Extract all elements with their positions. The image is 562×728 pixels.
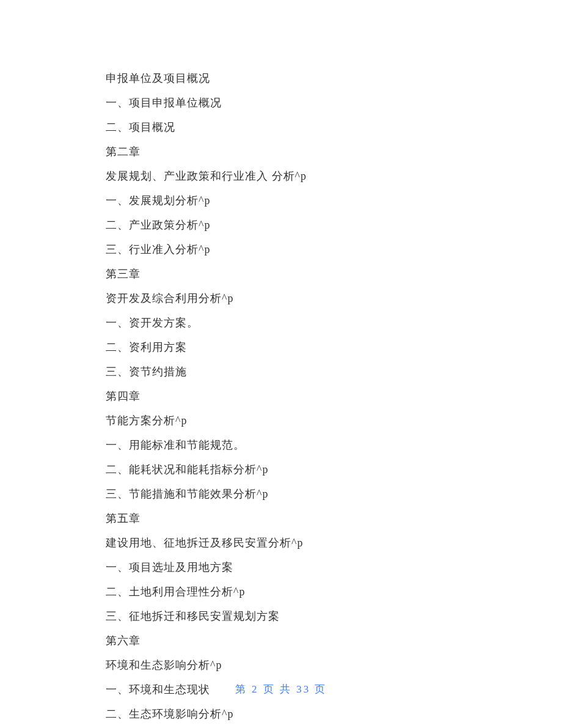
text-line: 二、资利用方案 (106, 335, 501, 359)
text-line: 一、项目申报单位概况 (106, 90, 501, 115)
text-line: 资开发及综合利用分析^p (106, 286, 501, 311)
text-line: 第五章 (106, 506, 501, 531)
text-line: 建设用地、征地拆迁及移民安置分析^p (106, 531, 501, 555)
text-line: 第四章 (106, 384, 501, 408)
text-line: 第二章 (106, 139, 501, 164)
page-footer: 第 2 页 共 33 页 (0, 682, 562, 696)
text-line: 申报单位及项目概况 (106, 66, 501, 90)
text-line: 二、产业政策分析^p (106, 213, 501, 237)
text-line: 二、生态环境影响分析^p (106, 702, 501, 726)
text-line: 二、土地利用合理性分析^p (106, 579, 501, 604)
text-line: 一、发展规划分析^p (106, 188, 501, 213)
text-line: 三、行业准入分析^p (106, 237, 501, 262)
text-line: 环境和生态影响分析^p (106, 653, 501, 677)
text-line: 第三章 (106, 262, 501, 286)
text-line: 三、征地拆迁和移民安置规划方案 (106, 604, 501, 628)
text-line: 一、项目选址及用地方案 (106, 555, 501, 579)
text-line: 一、用能标准和节能规范。 (106, 433, 501, 457)
text-line: 发展规划、产业政策和行业准入 分析^p (106, 164, 501, 188)
document-content: 申报单位及项目概况 一、项目申报单位概况 二、项目概况 第二章 发展规划、产业政… (0, 0, 562, 728)
text-line: 节能方案分析^p (106, 408, 501, 433)
text-line: 三、节能措施和节能效果分析^p (106, 482, 501, 506)
text-line: 第六章 (106, 628, 501, 653)
text-line: 二、能耗状况和能耗指标分析^p (106, 457, 501, 482)
text-line: 三、资节约措施 (106, 359, 501, 384)
text-line: 二、项目概况 (106, 115, 501, 139)
text-line: 一、资开发方案。 (106, 311, 501, 335)
